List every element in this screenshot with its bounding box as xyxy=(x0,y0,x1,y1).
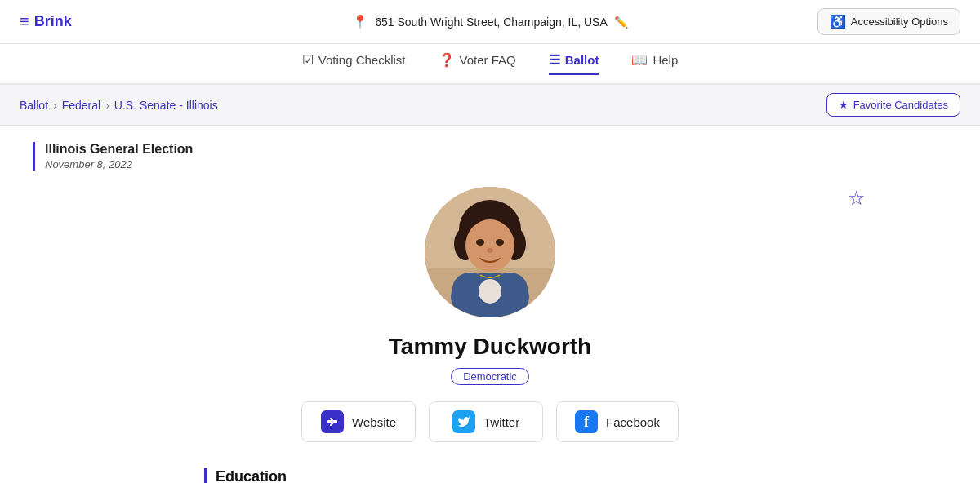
facebook-button[interactable]: f Facebook xyxy=(556,401,679,442)
election-date: November 8, 2022 xyxy=(45,158,947,171)
candidate-name: Tammy Duckworth xyxy=(389,334,591,360)
favorite-star-icon: ★ xyxy=(839,99,849,111)
accessibility-label: Accessibility Options xyxy=(851,16,948,28)
main-content: Illinois General Election November 8, 20… xyxy=(0,126,980,483)
candidate-section: ☆ xyxy=(33,187,947,483)
logo-text: Brink xyxy=(34,13,72,30)
election-info: Illinois General Election November 8, 20… xyxy=(33,142,947,171)
nav-label-ballot: Ballot xyxy=(565,53,599,67)
svg-rect-15 xyxy=(327,420,332,423)
svg-point-8 xyxy=(496,239,504,246)
twitter-button[interactable]: Twitter xyxy=(429,401,543,442)
website-icon xyxy=(321,410,344,433)
facebook-label: Facebook xyxy=(606,415,660,429)
breadcrumb-senate[interactable]: U.S. Senate - Illinois xyxy=(114,99,218,112)
accessibility-button[interactable]: ♿ Accessibility Options xyxy=(817,8,960,35)
voting-checklist-icon: ☑ xyxy=(302,52,314,68)
nav-item-voter-faq[interactable]: ❓ Voter FAQ xyxy=(439,52,516,75)
address-text: 651 South Wright Street, Champaign, IL, … xyxy=(375,16,608,29)
accessibility-icon: ♿ xyxy=(830,14,846,29)
nav-item-voting-checklist[interactable]: ☑ Voting Checklist xyxy=(302,52,406,75)
website-button[interactable]: Website xyxy=(301,401,416,442)
candidate-avatar xyxy=(425,187,555,317)
top-bar: ≡ Brink 📍 651 South Wright Street, Champ… xyxy=(0,0,980,44)
nav-bar: ☑ Voting Checklist ❓ Voter FAQ ☰ Ballot … xyxy=(0,44,980,85)
logo-icon: ≡ xyxy=(20,12,29,31)
social-links: Website Twitter f Facebook xyxy=(301,401,679,442)
party-badge: Democratic xyxy=(451,368,529,385)
education-title: Education xyxy=(204,468,776,483)
svg-point-6 xyxy=(466,219,514,272)
svg-point-13 xyxy=(479,279,501,304)
nav-label-help: Help xyxy=(653,53,678,67)
logo[interactable]: ≡ Brink xyxy=(20,12,72,31)
svg-point-7 xyxy=(476,239,484,246)
election-title: Illinois General Election xyxy=(45,142,947,157)
nav-label-voting-checklist: Voting Checklist xyxy=(318,53,406,67)
candidate-photo xyxy=(425,187,555,317)
favorite-candidates-button[interactable]: ★ Favorite Candidates xyxy=(826,93,960,117)
address-bar: 📍 651 South Wright Street, Champaign, IL… xyxy=(352,14,628,29)
nav-label-voter-faq: Voter FAQ xyxy=(460,53,516,67)
twitter-label: Twitter xyxy=(483,415,519,429)
breadcrumb-ballot[interactable]: Ballot xyxy=(20,99,48,112)
help-icon: 📖 xyxy=(631,52,648,68)
svg-rect-16 xyxy=(333,420,337,423)
breadcrumb-bar: Ballot › Federal › U.S. Senate - Illinoi… xyxy=(0,85,980,126)
breadcrumb-sep-2: › xyxy=(105,99,109,112)
svg-point-9 xyxy=(487,248,493,253)
breadcrumb-federal[interactable]: Federal xyxy=(62,99,100,112)
breadcrumb-sep-1: › xyxy=(53,99,57,112)
voter-faq-icon: ❓ xyxy=(439,52,455,68)
twitter-icon xyxy=(452,410,475,433)
favorite-candidates-label: Favorite Candidates xyxy=(853,99,948,111)
website-label: Website xyxy=(352,415,396,429)
pin-icon: 📍 xyxy=(352,14,368,29)
breadcrumb: Ballot › Federal › U.S. Senate - Illinoi… xyxy=(20,99,218,112)
education-section: Education University of Hawaii, Bachelor… xyxy=(204,468,776,483)
facebook-icon: f xyxy=(575,410,598,433)
nav-item-help[interactable]: 📖 Help xyxy=(631,52,678,75)
ballot-icon: ☰ xyxy=(549,52,560,68)
edit-address-icon[interactable]: ✏️ xyxy=(614,16,628,29)
candidate-favorite-button[interactable]: ☆ xyxy=(848,187,866,210)
nav-item-ballot[interactable]: ☰ Ballot xyxy=(549,52,599,75)
